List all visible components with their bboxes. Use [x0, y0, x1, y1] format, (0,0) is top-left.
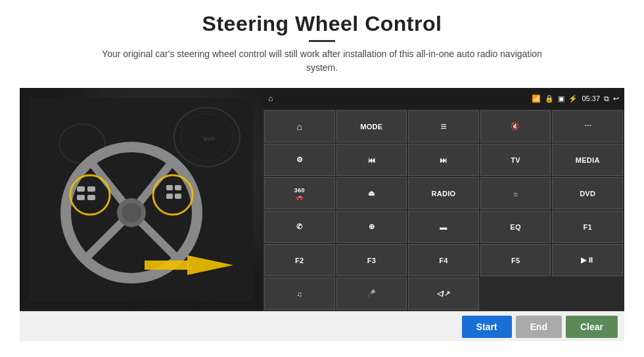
- clear-button[interactable]: Clear: [566, 316, 618, 338]
- control-panel: ⌂ 📶 🔒 ▣ ⚡ 05:37 ⧉ ↩ MODE 🔇: [263, 88, 624, 311]
- btn-vol[interactable]: ◁/↗: [408, 278, 479, 310]
- svg-rect-25: [145, 261, 189, 270]
- svg-rect-22: [166, 194, 173, 199]
- svg-rect-23: [175, 194, 181, 199]
- end-button[interactable]: End: [516, 316, 562, 338]
- svg-point-11: [122, 203, 141, 222]
- content-row: km/h: [20, 88, 624, 311]
- status-left: ⌂: [268, 94, 273, 103]
- btn-f5[interactable]: F5: [480, 244, 551, 276]
- page-container: Steering Wheel Control Your original car…: [0, 0, 644, 357]
- btn-radio[interactable]: RADIO: [408, 177, 479, 209]
- svg-rect-15: [87, 186, 95, 192]
- btn-prev[interactable]: ⏮: [336, 144, 407, 176]
- btn-list[interactable]: [408, 110, 479, 142]
- btn-tv[interactable]: TV: [480, 144, 551, 176]
- btn-next[interactable]: ⏭: [408, 144, 479, 176]
- status-bar: ⌂ 📶 🔒 ▣ ⚡ 05:37 ⧉ ↩: [263, 88, 624, 109]
- btn-f3[interactable]: F3: [336, 244, 407, 276]
- svg-text:-: -: [78, 197, 80, 201]
- btn-playpause[interactable]: ▶⏸: [552, 244, 623, 276]
- steering-wheel-svg: km/h: [30, 98, 253, 301]
- svg-rect-16: [87, 195, 95, 200]
- page-title: Steering Wheel Control: [92, 12, 552, 36]
- btn-music[interactable]: ♫: [264, 278, 335, 310]
- btn-f1[interactable]: F1: [552, 211, 623, 243]
- sw-scene: km/h: [20, 88, 263, 311]
- time-display: 05:37: [582, 94, 600, 102]
- steering-wheel-image: km/h: [20, 88, 263, 311]
- mirror-icon: ⧉: [604, 94, 609, 103]
- svg-rect-20: [166, 185, 173, 190]
- btn-rect[interactable]: ▬: [408, 211, 479, 243]
- btn-brightness[interactable]: ☼: [480, 177, 551, 209]
- title-section: Steering Wheel Control Your original car…: [92, 12, 552, 75]
- btn-phone[interactable]: ✆: [264, 211, 335, 243]
- lock-icon: 🔒: [545, 94, 554, 103]
- btn-nav[interactable]: ⚙: [264, 144, 335, 176]
- status-right: 📶 🔒 ▣ ⚡ 05:37 ⧉ ↩: [532, 94, 619, 103]
- btn-home[interactable]: [264, 110, 335, 142]
- btn-360[interactable]: 360🚗: [264, 177, 335, 209]
- btn-mode[interactable]: MODE: [336, 110, 407, 142]
- svg-rect-21: [175, 185, 181, 190]
- btn-media[interactable]: MEDIA: [552, 144, 623, 176]
- btn-eject[interactable]: ⏏: [336, 177, 407, 209]
- page-subtitle: Your original car's steering wheel contr…: [92, 47, 552, 75]
- wifi-icon: 📶: [532, 94, 541, 103]
- btn-mic[interactable]: 🎤: [336, 278, 407, 310]
- action-bar: Start End Clear: [20, 311, 624, 341]
- btn-apps[interactable]: ⋯: [552, 110, 623, 142]
- button-grid: MODE 🔇 ⋯ ⚙ ⏮ ⏭ TV MEDIA 360🚗 ⏏ RADIO ☼ D…: [263, 109, 624, 311]
- svg-text:+: +: [78, 188, 81, 192]
- btn-f4[interactable]: F4: [408, 244, 479, 276]
- start-button[interactable]: Start: [462, 316, 512, 338]
- btn-f2[interactable]: F2: [264, 244, 335, 276]
- btn-browser[interactable]: ⊕: [336, 211, 407, 243]
- title-divider: [309, 40, 335, 42]
- sim-icon: ▣: [558, 94, 564, 103]
- btn-dvd[interactable]: DVD: [552, 177, 623, 209]
- btn-eq[interactable]: EQ: [480, 211, 551, 243]
- bluetooth-icon: ⚡: [568, 94, 578, 103]
- back-icon: ↩: [613, 94, 619, 103]
- home-status-icon: ⌂: [268, 94, 273, 103]
- svg-text:km/h: km/h: [204, 136, 215, 142]
- btn-mute[interactable]: 🔇: [480, 110, 551, 142]
